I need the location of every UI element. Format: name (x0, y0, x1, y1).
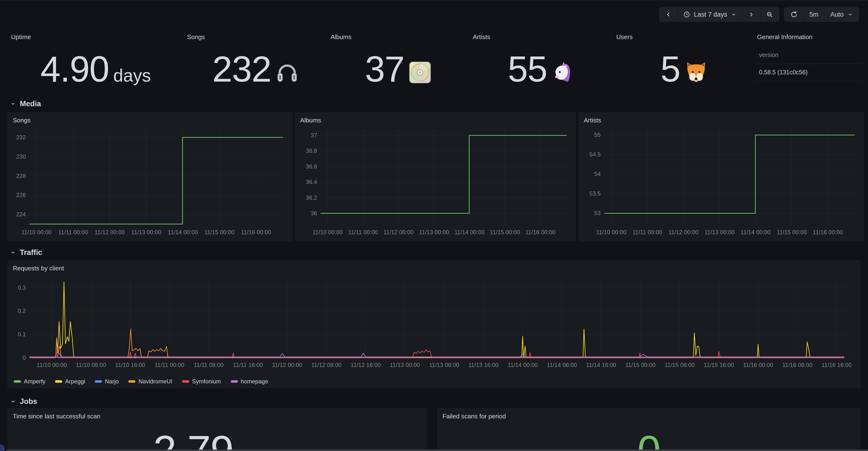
legend-label: homepage (241, 378, 268, 385)
section-header-traffic[interactable]: Traffic (10, 248, 42, 257)
chevron-down-icon (847, 12, 853, 17)
legend-label: Symfonium (192, 378, 221, 385)
zoom-out-button[interactable] (760, 7, 779, 22)
svg-text:55: 55 (594, 132, 600, 138)
albums-plot: 11/10 00:0011/11 00:0011/12 00:0011/13 0… (299, 126, 572, 238)
svg-text:11/13 00:00: 11/13 00:00 (419, 229, 449, 235)
svg-text:232: 232 (16, 134, 26, 141)
svg-text:224: 224 (16, 211, 26, 218)
legend-label: Amperfy (24, 378, 45, 385)
legend-swatch (55, 380, 62, 383)
svg-text:11/16 00:00: 11/16 00:00 (813, 229, 843, 235)
svg-text:11/12 00:00: 11/12 00:00 (669, 229, 699, 235)
svg-text:11/14 08:00: 11/14 08:00 (547, 362, 577, 368)
stat-panel-uptime: Uptime 4.90 days (8, 29, 184, 87)
svg-text:11/15 08:00: 11/15 08:00 (664, 362, 695, 368)
requests-by-client-chart: 11/10 00:0011/10 08:0011/10 16:0011/11 0… (11, 274, 857, 371)
svg-text:0.1: 0.1 (18, 331, 26, 338)
legend-item-Arpeggi[interactable]: Arpeggi (55, 378, 85, 385)
svg-text:11/14 00:00: 11/14 00:00 (740, 229, 771, 235)
svg-text:54.5: 54.5 (589, 151, 600, 158)
series-NavidromeUI (30, 329, 844, 358)
stats-row: Uptime 4.90 days Songs 232 Albums 37 (8, 29, 864, 87)
panel-title[interactable]: Time since last successful scan (8, 409, 426, 420)
legend-swatch (95, 380, 102, 383)
panel-title[interactable]: General Information (757, 33, 864, 41)
svg-text:11/11 00:00: 11/11 00:00 (632, 229, 662, 235)
panel-title[interactable]: Failed scans for period (438, 409, 860, 420)
chevron-right-icon (748, 11, 754, 18)
version-column-header: version (759, 51, 864, 58)
time-range-back-button[interactable] (659, 7, 677, 22)
section-header-media[interactable]: Media (10, 100, 41, 108)
legend-item-Symfonium[interactable]: Symfonium (182, 378, 221, 385)
bottom-scrollbar[interactable] (6, 450, 868, 451)
legend-swatch (182, 380, 189, 383)
auto-refresh-dropdown[interactable]: Auto (824, 7, 859, 22)
panel-title[interactable]: Artists (579, 113, 863, 124)
panel-title[interactable]: Songs (8, 113, 292, 124)
svg-text:53.5: 53.5 (589, 190, 600, 197)
bottom-left-corner-artifact (0, 445, 5, 451)
headphones-emoji (276, 61, 299, 84)
legend-item-Narjo[interactable]: Narjo (95, 378, 119, 385)
clock-icon (683, 11, 690, 18)
stat-value: 37 (365, 51, 404, 87)
legend-item-NavidromeUI[interactable]: NavidromeUI (128, 378, 172, 385)
stat-panel-albums: Albums 37 (327, 29, 469, 87)
series-Arpeggi (30, 282, 844, 358)
stat-label: Users (616, 33, 755, 41)
time-range-forward-button[interactable] (742, 7, 760, 22)
panel-title[interactable]: Albums (296, 113, 576, 124)
time-since-last-scan-panel: Time since last successful scan 2.79 day… (8, 408, 426, 451)
version-value: 0.58.5 (131c0c56) (759, 69, 864, 76)
svg-text:0: 0 (23, 355, 26, 361)
svg-text:226: 226 (16, 192, 26, 198)
svg-text:11/10 00:00: 11/10 00:00 (596, 229, 626, 235)
traffic-plot: 11/10 00:0011/10 08:0011/10 16:0011/11 0… (11, 274, 857, 371)
svg-text:11/14 00:00: 11/14 00:00 (455, 229, 485, 235)
series-Songs (30, 137, 283, 224)
refresh-group: 5m Auto (784, 7, 859, 22)
svg-text:11/11 16:00: 11/11 16:00 (233, 362, 263, 368)
stat-label: Uptime (11, 33, 184, 41)
svg-text:0.2: 0.2 (18, 308, 26, 314)
svg-text:11/16 00:00: 11/16 00:00 (241, 229, 271, 235)
time-range-picker-button[interactable]: Last 7 days (677, 7, 742, 22)
legend-swatch (231, 380, 238, 383)
refresh-button[interactable] (784, 7, 803, 22)
refresh-interval-label[interactable]: 5m (803, 7, 824, 22)
artists-chart: 11/10 00:0011/11 00:0011/12 00:0011/13 0… (582, 126, 860, 238)
stat-unit: days (113, 65, 151, 86)
svg-text:11/10 16:00: 11/10 16:00 (115, 362, 145, 368)
artists-panel: Artists 11/10 00:0011/11 00:0011/12 00:0… (579, 113, 864, 241)
failed-scans-panel: Failed scans for period 0 (437, 408, 860, 451)
legend-item-Amperfy[interactable]: Amperfy (14, 378, 45, 385)
svg-text:11/14 16:00: 11/14 16:00 (586, 362, 616, 368)
svg-text:36.8: 36.8 (306, 147, 317, 154)
svg-text:11/15 00:00: 11/15 00:00 (490, 229, 520, 235)
svg-text:36: 36 (311, 210, 317, 217)
stat-panel-songs: Songs 232 (184, 29, 327, 87)
songs-panel: Songs 11/10 00:0011/11 00:0011/12 00:001… (8, 113, 292, 241)
svg-text:11/16 08:00: 11/16 08:00 (782, 362, 812, 368)
section-title: Media (20, 100, 41, 108)
stat-panel-artists: Artists 55 (469, 29, 613, 87)
panel-title[interactable]: Requests by client (8, 261, 860, 272)
svg-text:11/12 00:00: 11/12 00:00 (272, 362, 302, 368)
unicorn-emoji (551, 61, 575, 84)
svg-text:0.3: 0.3 (18, 284, 26, 291)
svg-text:11/16 16:00: 11/16 16:00 (822, 362, 851, 368)
svg-text:230: 230 (16, 153, 26, 160)
legend-item-homepage[interactable]: homepage (231, 378, 268, 385)
stat-value: 4.90 (40, 51, 109, 87)
svg-text:11/11 00:00: 11/11 00:00 (155, 362, 184, 368)
section-header-jobs[interactable]: Jobs (10, 397, 37, 406)
general-information-panel: General Information version 0.58.5 (131c… (755, 29, 864, 87)
svg-text:11/15 00:00: 11/15 00:00 (625, 362, 655, 368)
legend-label: Arpeggi (65, 378, 85, 385)
fox-emoji (684, 61, 708, 84)
svg-text:11/13 00:00: 11/13 00:00 (131, 229, 161, 235)
songs-plot: 11/10 00:0011/11 00:0011/12 00:0011/13 0… (11, 126, 289, 238)
svg-text:11/10 00:00: 11/10 00:00 (312, 229, 343, 235)
